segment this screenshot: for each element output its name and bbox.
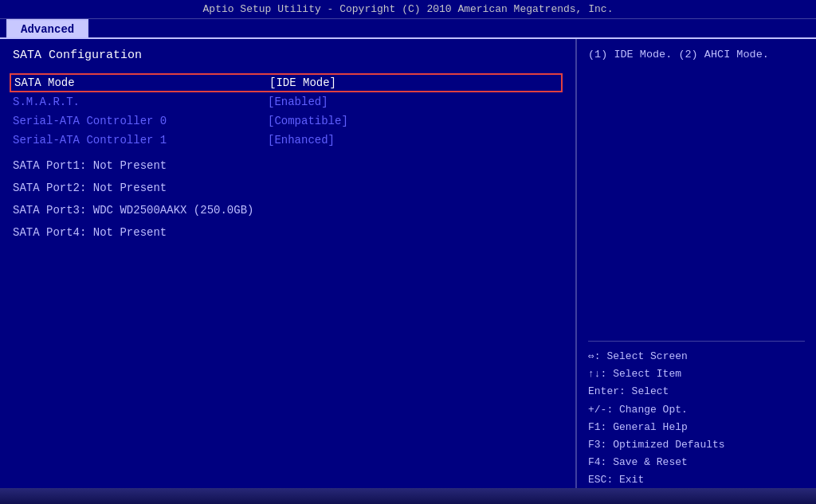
- sata-ctrl0-row[interactable]: Serial-ATA Controller 0 [Compatible]: [13, 111, 563, 131]
- sata-port2: SATA Port2: Not Present: [13, 182, 563, 194]
- tab-advanced[interactable]: Advanced: [6, 19, 88, 37]
- smart-label: S.M.A.R.T.: [13, 96, 268, 108]
- mode-help-text: (1) IDE Mode. (2) AHCI Mode.: [588, 49, 805, 61]
- smart-value: [Enabled]: [268, 96, 328, 108]
- key-f3: F3: Optimized Defaults: [588, 436, 805, 454]
- tab-row: Advanced: [0, 19, 816, 39]
- key-select-item: ↑↓: Select Item: [588, 365, 805, 383]
- divider: [588, 341, 805, 342]
- sata-ctrl0-label: Serial-ATA Controller 0: [13, 115, 268, 127]
- right-panel: (1) IDE Mode. (2) AHCI Mode. ⇔: Select S…: [577, 39, 816, 498]
- key-change-opt: +/-: Change Opt.: [588, 401, 805, 419]
- sata-port4: SATA Port4: Not Present: [13, 226, 563, 239]
- sata-mode-label: SATA Mode: [14, 76, 269, 89]
- left-panel: SATA Configuration SATA Mode [IDE Mode] …: [0, 39, 577, 498]
- key-f4: F4: Save & Reset: [588, 454, 805, 471]
- sata-ctrl0-value: [Compatible]: [268, 115, 348, 127]
- sata-mode-row[interactable]: SATA Mode [IDE Mode]: [10, 73, 563, 92]
- smart-row[interactable]: S.M.A.R.T. [Enabled]: [13, 92, 563, 111]
- sata-mode-value: [IDE Mode]: [269, 76, 336, 89]
- main-container: SATA Configuration SATA Mode [IDE Mode] …: [0, 39, 816, 498]
- bottom-bar: [0, 488, 816, 504]
- sata-ctrl1-label: Serial-ATA Controller 1: [13, 134, 268, 147]
- title-text: Aptio Setup Utility - Copyright (C) 2010…: [203, 3, 614, 15]
- key-bindings: ⇔: Select Screen ↑↓: Select Item Enter: …: [588, 348, 805, 489]
- section-title: SATA Configuration: [13, 49, 563, 62]
- key-esc: ESC: Exit: [588, 471, 805, 489]
- sata-ctrl1-row[interactable]: Serial-ATA Controller 1 [Enhanced]: [13, 131, 563, 150]
- key-select-screen: ⇔: Select Screen: [588, 348, 805, 365]
- sata-ctrl1-value: [Enhanced]: [268, 134, 335, 147]
- key-enter: Enter: Select: [588, 383, 805, 400]
- sata-port1: SATA Port1: Not Present: [13, 159, 563, 172]
- key-f1: F1: General Help: [588, 419, 805, 436]
- title-bar: Aptio Setup Utility - Copyright (C) 2010…: [0, 0, 816, 19]
- sata-port3: SATA Port3: WDC WD2500AAKX (250.0GB): [13, 204, 563, 217]
